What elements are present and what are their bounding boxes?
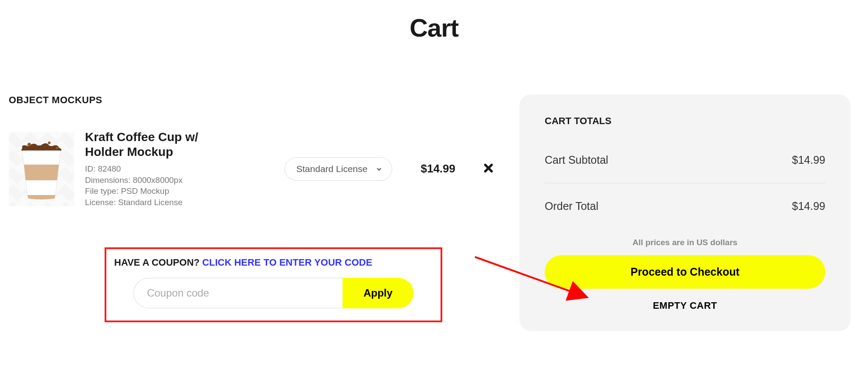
item-price: $14.99 (420, 162, 455, 176)
proceed-to-checkout-button[interactable]: Proceed to Checkout (545, 255, 825, 289)
order-total-row: Order Total $14.99 (545, 200, 825, 213)
license-select-value: Standard License (296, 164, 367, 174)
item-license-label: License: (85, 198, 116, 207)
subtotal-row: Cart Subtotal $14.99 (545, 154, 825, 166)
coffee-cup-icon (15, 138, 68, 199)
coupon-box: HAVE A COUPON? CLICK HERE TO ENTER YOUR … (105, 247, 442, 322)
remove-item-button[interactable] (484, 163, 493, 175)
item-dimensions-label: Dimensions: (85, 176, 131, 185)
empty-cart-button[interactable]: EMPTY CART (545, 300, 825, 311)
coupon-input-row: Apply (114, 278, 433, 308)
product-thumbnail[interactable] (9, 132, 74, 206)
item-filetype-value: PSD Mockup (121, 186, 169, 196)
chevron-down-icon (376, 164, 382, 174)
coupon-prompt: HAVE A COUPON? (114, 257, 202, 268)
close-icon (484, 163, 493, 173)
cart-item: Kraft Coffee Cup w/ Holder Mockup ID: 82… (9, 130, 493, 208)
item-license-row: License: Standard License (85, 197, 239, 208)
item-title[interactable]: Kraft Coffee Cup w/ Holder Mockup (85, 130, 237, 159)
cart-totals-panel: CART TOTALS Cart Subtotal $14.99 Order T… (519, 94, 851, 331)
prices-note: All prices are in US dollars (545, 238, 825, 247)
item-license-value: Standard License (118, 198, 183, 207)
apply-coupon-button[interactable]: Apply (342, 278, 414, 308)
item-id-row: ID: 82480 (85, 163, 239, 175)
item-filetype-row: File type: PSD Mockup (85, 186, 239, 197)
svg-point-1 (27, 143, 31, 146)
totals-divider (545, 183, 825, 183)
license-select[interactable]: Standard License (285, 157, 392, 181)
order-total-label: Order Total (545, 200, 598, 213)
svg-point-2 (48, 142, 51, 144)
item-dimensions-row: Dimensions: 8000x8000px (85, 175, 239, 186)
item-info: Kraft Coffee Cup w/ Holder Mockup ID: 82… (85, 130, 239, 208)
svg-point-3 (56, 147, 58, 149)
item-id-label: ID: (85, 164, 95, 173)
coupon-header: HAVE A COUPON? CLICK HERE TO ENTER YOUR … (114, 257, 433, 268)
item-id-value: 82480 (98, 164, 121, 173)
item-dimensions-value: 8000x8000px (133, 176, 183, 185)
subtotal-value: $14.99 (792, 154, 825, 166)
order-total-value: $14.99 (792, 200, 825, 213)
subtotal-label: Cart Subtotal (545, 154, 608, 166)
cart-items-column: OBJECT MOCKUPS Kraft Coffee Cup w/ Holde… (9, 94, 493, 322)
coupon-code-input[interactable] (133, 278, 342, 308)
page-title: Cart (9, 13, 859, 42)
cart-totals-heading: CART TOTALS (545, 115, 825, 127)
item-filetype-label: File type: (85, 186, 119, 196)
coupon-reveal-link[interactable]: CLICK HERE TO ENTER YOUR CODE (202, 257, 372, 268)
section-heading: OBJECT MOCKUPS (9, 94, 493, 106)
cart-content: OBJECT MOCKUPS Kraft Coffee Cup w/ Holde… (9, 94, 859, 331)
